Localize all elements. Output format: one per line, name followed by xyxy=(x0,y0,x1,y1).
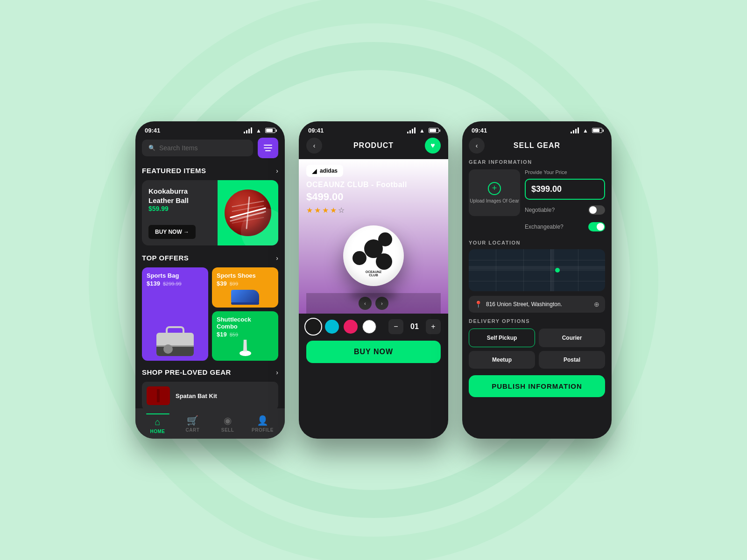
preloved-title: SHOP PRE-LOVED GEAR xyxy=(142,368,231,376)
location-input-row: 📍 816 Union Street, Washington. ⊕ xyxy=(469,296,605,313)
featured-image xyxy=(218,180,278,245)
negotiable-toggle[interactable] xyxy=(588,205,605,215)
featured-header: FEATURED ITEMS › xyxy=(142,167,278,175)
home-icon: ⌂ xyxy=(155,417,160,427)
time-1: 09:41 xyxy=(145,127,160,134)
wifi-icon-2: ▲ xyxy=(419,127,425,134)
search-row: 🔍 Search Items xyxy=(142,138,278,158)
star-rating: ★ ★ ★ ★ ☆ xyxy=(306,206,441,215)
battery-icon-1 xyxy=(265,128,275,133)
search-box[interactable]: 🔍 Search Items xyxy=(142,140,253,156)
signal-icon-2 xyxy=(407,127,416,133)
wifi-icon-1: ▲ xyxy=(256,127,261,134)
featured-chevron[interactable]: › xyxy=(276,167,278,175)
offer-shoes-card[interactable]: Sports Shoes $39 $99 xyxy=(212,267,278,308)
star-5: ☆ xyxy=(338,206,345,215)
offer-bag-card[interactable]: Sports Bag $139 $299.99 xyxy=(142,267,208,361)
preloved-chevron[interactable]: › xyxy=(276,369,278,376)
star-3: ★ xyxy=(322,206,329,215)
brand-badge: ◢ adidas xyxy=(306,165,343,177)
price-section: Provide Your Price $399.00 Negotiable? E… xyxy=(525,169,605,233)
back-button[interactable]: ‹ xyxy=(306,138,322,154)
preloved-thumb xyxy=(147,386,170,405)
courier-button[interactable]: Courier xyxy=(539,329,605,347)
nav-cart[interactable]: 🛒 CART xyxy=(175,415,210,433)
bag-old-price: $299.99 xyxy=(163,281,182,287)
exchangeable-toggle[interactable] xyxy=(588,222,605,231)
negotiable-label: Negotiable? xyxy=(525,207,555,213)
offers-header: TOP OFFERS › xyxy=(142,254,278,262)
search-placeholder: Search Items xyxy=(159,144,197,152)
price-input[interactable]: $399.00 xyxy=(525,179,605,200)
featured-title: FEATURED ITEMS xyxy=(142,167,206,175)
delivery-options-grid: Self Pickup Courier Meetup Postal xyxy=(469,329,605,369)
status-icons-3: ▲ xyxy=(571,127,602,134)
sell-page-title: SELL GEAR xyxy=(514,141,560,150)
menu-button[interactable] xyxy=(258,138,278,158)
offers-chevron[interactable]: › xyxy=(276,254,278,262)
shoes-price: $39 xyxy=(217,280,227,287)
phones-container: 09:41 ▲ 🔍 Search Items xyxy=(135,121,612,439)
upload-plus-icon: + xyxy=(488,182,501,195)
wifi-icon-3: ▲ xyxy=(583,127,588,134)
offer-shuttle-card[interactable]: Shuttlecock Combo $19 $59 xyxy=(212,311,278,361)
bag-price: $139 xyxy=(147,280,160,287)
nav-profile[interactable]: 👤 PROFILE xyxy=(245,415,280,433)
map-location-dot xyxy=(555,268,560,273)
gear-info-box: + Upload Images Of Gear Provide Your Pri… xyxy=(469,169,605,233)
phone-product: 09:41 ▲ ‹ PRODUCT ♥ ◢ xyxy=(299,121,448,439)
color-selector xyxy=(306,320,376,334)
color-cyan[interactable] xyxy=(325,320,339,334)
adidas-mark: ◢ xyxy=(312,167,317,175)
soccer-ball: OCEAUNZCLUB xyxy=(343,225,404,286)
signal-icon-1 xyxy=(244,127,252,133)
product-image-area: ◢ adidas OCEAUNZ CLUB - Football $499.00… xyxy=(299,159,448,314)
meetup-button[interactable]: Meetup xyxy=(469,351,535,369)
gear-info-label: GEAR INFORMATION xyxy=(469,159,605,165)
location-pin-icon: 📍 xyxy=(474,301,482,308)
preloved-item[interactable]: Spatan Bat Kit xyxy=(142,382,278,408)
color-pink[interactable] xyxy=(344,320,358,334)
qty-increase-button[interactable]: + xyxy=(426,319,441,334)
nav-home-label: HOME xyxy=(150,429,165,434)
color-white[interactable] xyxy=(362,320,376,334)
favorite-button[interactable]: ♥ xyxy=(425,138,441,154)
postal-button[interactable]: Postal xyxy=(539,351,605,369)
status-bar-2: 09:41 ▲ xyxy=(299,121,448,138)
self-pickup-button[interactable]: Self Pickup xyxy=(469,329,535,347)
star-2: ★ xyxy=(314,206,321,215)
product-header: ‹ PRODUCT ♥ xyxy=(299,138,448,159)
sell-header: ‹ SELL GEAR xyxy=(462,138,612,159)
offers-title: TOP OFFERS xyxy=(142,254,189,262)
shuttle-old-price: $59 xyxy=(230,332,238,337)
exchangeable-label: Exchangeable? xyxy=(525,224,564,230)
bag-title: Sports Bag xyxy=(147,272,204,279)
color-black[interactable] xyxy=(306,320,320,334)
nav-profile-label: PROFILE xyxy=(252,427,274,433)
product-bottom: − 01 + BUY NOW xyxy=(299,314,448,439)
home-content: 🔍 Search Items FEATURED ITEMS › Kookabur… xyxy=(135,138,285,408)
phone-home: 09:41 ▲ 🔍 Search Items xyxy=(135,121,285,439)
qty-decrease-button[interactable]: − xyxy=(388,319,403,334)
location-target-icon[interactable]: ⊕ xyxy=(594,301,599,308)
sell-back-button[interactable]: ‹ xyxy=(469,138,485,154)
sell-content: GEAR INFORMATION + Upload Images Of Gear… xyxy=(462,159,612,439)
featured-buy-button[interactable]: BUY NOW → xyxy=(148,225,196,239)
delivery-section-label: DELIVERY OPTIONS xyxy=(469,318,605,324)
time-3: 09:41 xyxy=(472,127,487,134)
product-content: ◢ adidas OCEAUNZ CLUB - Football $499.00… xyxy=(299,159,448,439)
publish-button[interactable]: PUBLISH INFORMATION xyxy=(469,375,605,397)
product-name: OCEAUNZ CLUB - Football xyxy=(306,181,441,189)
nav-home[interactable]: ⌂ HOME xyxy=(140,413,175,434)
status-bar-1: 09:41 ▲ xyxy=(135,121,285,138)
product-price: $499.00 xyxy=(306,191,441,203)
featured-item-price: $59.99 xyxy=(148,205,211,212)
status-icons-1: ▲ xyxy=(244,127,275,134)
offers-grid: Sports Bag $139 $299.99 xyxy=(142,267,278,361)
shoes-old-price: $99 xyxy=(230,281,238,287)
buy-now-button[interactable]: BUY NOW xyxy=(306,341,441,363)
upload-images-box[interactable]: + Upload Images Of Gear xyxy=(469,169,520,216)
featured-card: Kookaburra Leather Ball $59.99 BUY NOW → xyxy=(142,180,278,245)
nav-sell[interactable]: ◉ SELL xyxy=(210,415,245,433)
status-bar-3: 09:41 ▲ xyxy=(462,121,612,138)
